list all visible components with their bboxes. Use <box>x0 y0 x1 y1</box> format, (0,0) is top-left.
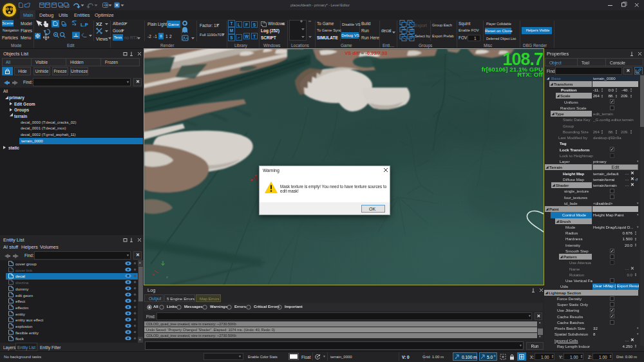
svg-text:XZ: XZ <box>96 21 102 27</box>
svg-text:RTX: Off: RTX: Off <box>517 71 543 78</box>
svg-text:Views: Views <box>96 37 108 41</box>
svg-text:VS diff = -0.99/7.93: VS diff = -0.99/7.93 <box>345 50 387 56</box>
svg-text:L.P: L.P <box>80 22 88 28</box>
svg-text:z: z <box>166 275 168 279</box>
